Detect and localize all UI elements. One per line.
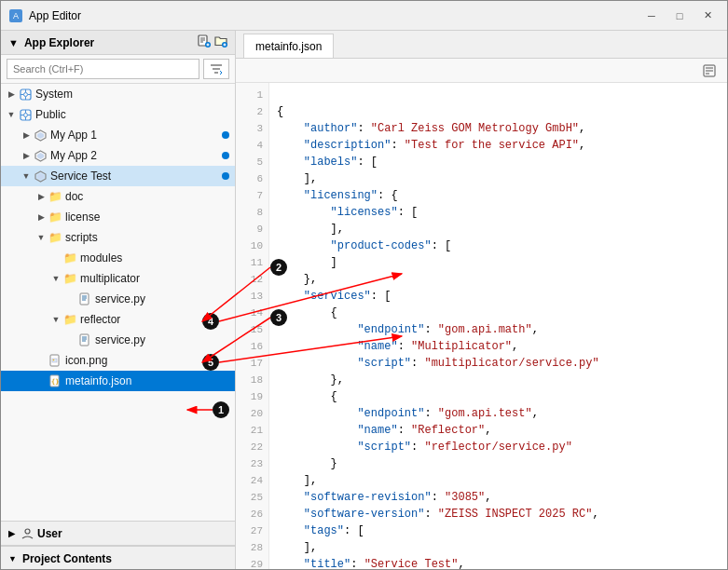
tree-item-license[interactable]: 📁 license [1, 207, 235, 227]
chevron-right-icon-doc [34, 190, 48, 203]
user-section: ▶ User [1, 521, 235, 546]
servicepy1-label: service.py [95, 292, 145, 305]
tree-item-modules[interactable]: 📁 modules [1, 248, 235, 268]
chevron-right-icon [5, 88, 18, 101]
myapp2-label: My App 2 [50, 149, 97, 162]
tree-item-servicepy2[interactable]: service.py [1, 330, 235, 350]
project-collapse-icon: ▼ [8, 554, 17, 563]
editor-tab-metainfo[interactable]: metainfo.json [243, 34, 334, 58]
modules-folder-icon: 📁 [62, 251, 77, 265]
panel-header-label: App Explorer [24, 36, 94, 49]
chevron-down-icon-multiplicator [49, 272, 62, 285]
tree-item-reflector[interactable]: 📁 reflector [1, 309, 235, 330]
doc-folder-icon: 📁 [48, 189, 62, 204]
svg-rect-33 [80, 293, 89, 305]
svg-rect-42 [52, 359, 57, 362]
system-label: System [35, 88, 73, 101]
metainfojson-icon: {} [48, 373, 62, 388]
svg-point-22 [23, 113, 27, 116]
title-bar: A App Editor ─ □ ✕ [1, 1, 727, 31]
user-section-header[interactable]: ▶ User [1, 522, 235, 546]
new-folder-button[interactable] [214, 34, 227, 50]
code-content[interactable]: { "author": "Carl Zeiss GOM Metrology Gm… [269, 83, 727, 570]
main-container: ▼ App Explorer [1, 31, 727, 570]
doc-label: doc [65, 190, 83, 203]
chevron-right-icon-myapp1 [20, 129, 33, 142]
servicetest-label: Service Test [50, 170, 111, 183]
tree-item-multiplicator[interactable]: 📁 multiplicator [1, 268, 235, 289]
chevron-down-icon-servicetest [20, 170, 33, 183]
public-icon [18, 107, 33, 122]
svg-marker-32 [37, 173, 44, 180]
new-file-button[interactable] [198, 34, 211, 50]
servicepy2-icon [77, 332, 92, 347]
modules-label: modules [80, 251, 122, 265]
servicepy1-icon [77, 292, 92, 306]
project-section: ▼ Project Contents [1, 546, 235, 570]
editor-panel: metainfo.json 12345 678910 [236, 31, 727, 570]
chevron-down-icon-reflector [49, 313, 62, 326]
svg-marker-30 [37, 153, 44, 159]
properties-button[interactable] [699, 61, 720, 80]
myapp1-dot [222, 131, 229, 139]
title-controls: ─ □ ✕ [639, 6, 720, 26]
scripts-label: scripts [65, 231, 98, 244]
tree-item-myapp1[interactable]: My App 1 [1, 125, 235, 145]
user-icon [21, 527, 34, 540]
tree-item-system[interactable]: System [1, 84, 235, 104]
tree-item-public[interactable]: Public [1, 104, 235, 125]
svg-point-16 [23, 92, 27, 96]
svg-rect-37 [80, 334, 89, 346]
explorer-icon: ▼ [8, 37, 19, 48]
tree-item-iconpng[interactable]: icon.png [1, 350, 235, 371]
chevron-down-icon-scripts [34, 231, 48, 244]
maximize-button[interactable]: □ [667, 6, 692, 26]
editor-tab-label: metainfo.json [255, 40, 322, 53]
chevron-right-icon-myapp2 [20, 149, 33, 162]
tree-item-servicepy1[interactable]: service.py [1, 289, 235, 309]
scripts-folder-icon: 📁 [48, 230, 62, 245]
multiplicator-folder-icon: 📁 [62, 271, 77, 286]
svg-text:A: A [13, 11, 19, 20]
user-collapse-icon: ▶ [8, 529, 15, 538]
search-bar [1, 55, 235, 84]
iconpng-label: icon.png [65, 354, 107, 367]
chevron-right-icon-license [34, 210, 48, 224]
tree-item-doc[interactable]: 📁 doc [1, 186, 235, 207]
editor-tab-bar: metainfo.json [236, 31, 727, 59]
tree-item-myapp2[interactable]: My App 2 [1, 145, 235, 166]
project-label: Project Contents [22, 552, 112, 565]
app-icon: A [8, 8, 23, 23]
tree-item-scripts[interactable]: 📁 scripts [1, 227, 235, 248]
minimize-button[interactable]: ─ [639, 6, 664, 26]
iconpng-icon [48, 353, 62, 368]
editor-toolbar [236, 59, 727, 83]
app-title: App Editor [29, 9, 639, 22]
myapp1-icon [33, 128, 48, 142]
svg-text:{}: {} [51, 378, 59, 386]
svg-point-43 [52, 360, 54, 361]
myapp1-label: My App 1 [50, 129, 97, 142]
left-panel: ▼ App Explorer [1, 31, 236, 570]
line-numbers: 12345 678910 1112131415 1617181920 21222… [236, 83, 269, 570]
filter-button[interactable] [203, 59, 229, 79]
license-folder-icon: 📁 [48, 210, 62, 224]
tree-item-metainfojson[interactable]: {} metainfo.json [1, 371, 235, 391]
tree-item-servicetest[interactable]: Service Test [1, 166, 235, 186]
chevron-down-icon [5, 108, 18, 121]
multiplicator-label: multiplicator [80, 272, 140, 285]
public-label: Public [35, 108, 66, 121]
user-label: User [37, 527, 62, 540]
servicepy2-label: service.py [95, 333, 145, 346]
system-icon [18, 87, 33, 102]
svg-point-46 [25, 529, 30, 534]
project-section-header[interactable]: ▼ Project Contents [1, 547, 235, 570]
tree-container: System Public [1, 84, 235, 521]
reflector-folder-icon: 📁 [62, 312, 77, 327]
metainfojson-label: metainfo.json [65, 374, 131, 387]
app-wrapper: A App Editor ─ □ ✕ ▼ App Explorer [0, 0, 728, 570]
search-input[interactable] [7, 59, 199, 79]
reflector-label: reflector [80, 313, 120, 326]
svg-marker-28 [37, 132, 44, 139]
close-button[interactable]: ✕ [695, 6, 720, 26]
